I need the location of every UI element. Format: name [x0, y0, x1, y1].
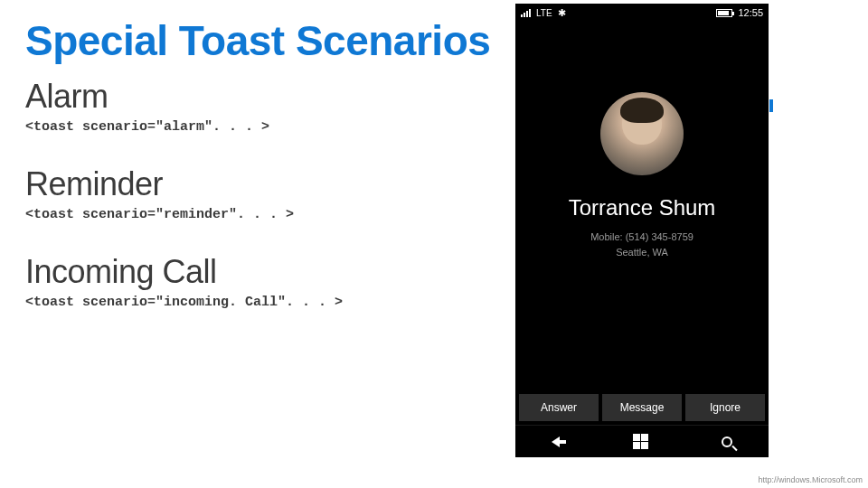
network-label: LTE — [536, 8, 552, 18]
message-button[interactable]: Message — [602, 394, 682, 421]
phone-mockup: LTE ✱ 12:55 Torrance Shum Mobile: (514) … — [515, 4, 769, 457]
status-right: 12:55 — [716, 7, 763, 18]
status-left: LTE ✱ — [521, 7, 566, 19]
bluetooth-icon: ✱ — [558, 7, 566, 19]
clock: 12:55 — [738, 7, 763, 18]
footer-url: http://windows.Microsoft.com — [758, 475, 863, 484]
caller-avatar — [600, 92, 684, 175]
ignore-button[interactable]: Ignore — [685, 394, 765, 421]
search-nav-icon[interactable] — [722, 436, 732, 447]
signal-icon — [521, 8, 531, 17]
caller-details: Mobile: (514) 345-8759 Seattle, WA — [590, 230, 693, 259]
caller-location-line: Seattle, WA — [590, 245, 693, 260]
phone-statusbar: LTE ✱ 12:55 — [515, 4, 769, 22]
answer-button[interactable]: Answer — [519, 394, 599, 421]
battery-icon — [716, 9, 732, 17]
windows-icon[interactable] — [633, 434, 648, 449]
call-actions: Answer Message Ignore — [515, 394, 769, 425]
accent-stripe — [769, 99, 773, 112]
caller-name: Torrance Shum — [569, 195, 716, 221]
phone-body: Torrance Shum Mobile: (514) 345-8759 Sea… — [515, 22, 769, 394]
phone-navbar — [515, 425, 769, 457]
slide: Special Toast Scenarios Alarm <toast sce… — [0, 0, 868, 488]
back-icon[interactable] — [552, 436, 560, 447]
caller-phone-line: Mobile: (514) 345-8759 — [590, 230, 693, 245]
